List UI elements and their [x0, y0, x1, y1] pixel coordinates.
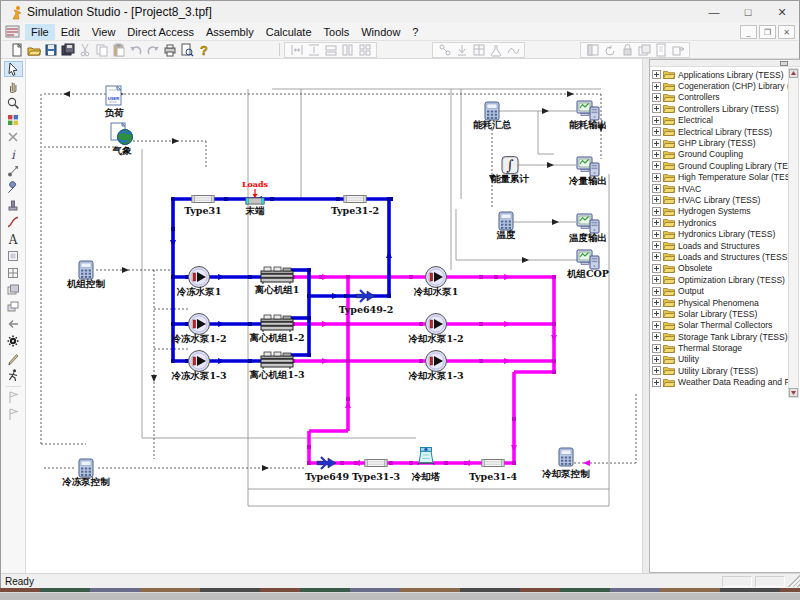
- scroll-down-button[interactable]: [789, 388, 798, 397]
- expand-icon[interactable]: [652, 218, 661, 227]
- unit-cop-output[interactable]: 机组COP: [566, 250, 609, 279]
- pan-tool[interactable]: [4, 78, 23, 94]
- library-item-loads-and-structures[interactable]: Loads and Structures: [652, 240, 788, 251]
- library-item-hydronics[interactable]: Hydronics: [652, 217, 788, 228]
- delete-tool[interactable]: [4, 129, 23, 145]
- mdi-minimize-button[interactable]: _: [740, 25, 757, 39]
- expand-icon[interactable]: [652, 104, 661, 113]
- expand-icon[interactable]: [652, 264, 661, 273]
- palette-tool[interactable]: [4, 112, 23, 128]
- save-icon[interactable]: [43, 43, 58, 57]
- expand-icon[interactable]: [652, 173, 661, 182]
- library-item-electrical[interactable]: Electrical: [652, 115, 788, 126]
- mdi-restore-button[interactable]: ❐: [759, 25, 776, 39]
- library-item-ground-coupling-library-tess[interactable]: Ground Coupling Library (TESS): [652, 160, 788, 171]
- library-item-hvac-library-tess[interactable]: HVAC Library (TESS): [652, 194, 788, 205]
- back-tool[interactable]: [4, 316, 23, 332]
- temperature-output[interactable]: 温度输出: [568, 214, 607, 243]
- library-item-physical-phenomena[interactable]: Physical Phenomena: [652, 297, 788, 308]
- cooling-output[interactable]: 冷量输出: [569, 157, 607, 186]
- load-file[interactable]: USER负荷: [104, 86, 125, 118]
- menu-calculate[interactable]: Calculate: [260, 24, 318, 40]
- library-item-utility-library-tess[interactable]: Utility Library (TESS): [652, 365, 788, 376]
- cw-pump-1-3[interactable]: 冷却水泵1-3: [408, 351, 463, 382]
- library-item-utility[interactable]: Utility: [652, 354, 788, 365]
- menu-assembly[interactable]: Assembly: [200, 24, 260, 40]
- expand-icon[interactable]: [652, 93, 661, 102]
- frame-tool[interactable]: [4, 248, 23, 264]
- run-tool[interactable]: [4, 367, 23, 383]
- cw-pump-1-2[interactable]: 冷却水泵1-2: [408, 314, 463, 345]
- frame2-tool[interactable]: [4, 265, 23, 281]
- unit-control[interactable]: 机组控制: [66, 261, 106, 289]
- gear-tool[interactable]: [4, 333, 23, 349]
- expand-icon[interactable]: [652, 241, 661, 250]
- library-item-loads-and-structures-tess[interactable]: Loads and Structures (TESS): [652, 251, 788, 262]
- library-item-applications-library-tess[interactable]: Applications Library (TESS): [652, 69, 788, 80]
- library-item-hydronics-library-tess[interactable]: Hydronics Library (TESS): [652, 228, 788, 239]
- expand-icon[interactable]: [652, 207, 661, 216]
- expand-icon[interactable]: [652, 139, 661, 148]
- expand-icon[interactable]: [652, 127, 661, 136]
- expand-icon[interactable]: [652, 150, 661, 159]
- cw-pump-1[interactable]: 冷却水泵1: [414, 267, 459, 298]
- expand-icon[interactable]: [652, 309, 661, 318]
- minimize-button[interactable]: —: [697, 1, 731, 23]
- library-item-obsolete[interactable]: Obsolete: [652, 263, 788, 274]
- chw-pump-1-2[interactable]: 冷冻水泵1-2: [171, 314, 226, 345]
- library-item-solar-library-tess[interactable]: Solar Library (TESS): [652, 308, 788, 319]
- chw-pump-control[interactable]: 冷冻泵控制: [62, 459, 110, 487]
- expand-icon[interactable]: [652, 344, 661, 353]
- library-item-storage-tank-library-tess[interactable]: Storage Tank Library (TESS): [652, 331, 788, 342]
- expand-icon[interactable]: [652, 116, 661, 125]
- library-item-ground-coupling[interactable]: Ground Coupling: [652, 149, 788, 160]
- save-all-icon[interactable]: [60, 43, 75, 57]
- expand-icon[interactable]: [652, 366, 661, 375]
- expand-icon[interactable]: [652, 82, 661, 91]
- library-item-ghp-library-tess[interactable]: GHP Library (TESS): [652, 137, 788, 148]
- mdi-close-button[interactable]: ✕: [778, 25, 795, 39]
- menu-tools[interactable]: Tools: [318, 24, 356, 40]
- expand-icon[interactable]: [652, 298, 661, 307]
- chw-pump-1[interactable]: 冷冻水泵1: [177, 267, 222, 298]
- layers-tool[interactable]: [4, 282, 23, 298]
- library-item-hvac[interactable]: HVAC: [652, 183, 788, 194]
- expand-icon[interactable]: [652, 378, 661, 387]
- expand-icon[interactable]: [652, 230, 661, 239]
- text-tool[interactable]: A: [4, 231, 23, 247]
- pen-tool[interactable]: [4, 350, 23, 366]
- expand-icon[interactable]: [652, 321, 661, 330]
- scroll-up-button[interactable]: [789, 69, 798, 78]
- open-icon[interactable]: [26, 43, 41, 57]
- library-item-cogeneration-chp-library-tess[interactable]: Cogeneration (CHP) Library (TESS): [652, 80, 788, 91]
- library-item-weather-data-reading-and-process[interactable]: Weather Data Reading and Process: [652, 377, 788, 388]
- library-item-high-temperature-solar-tess[interactable]: High Temperature Solar (TESS): [652, 172, 788, 183]
- print-preview-icon[interactable]: [179, 43, 194, 57]
- library-item-optimization-library-tess[interactable]: Optimization Library (TESS): [652, 274, 788, 285]
- schematic-canvas[interactable]: USER负荷气象Type31末端Type31-2 机组控制冷冻水泵1冷冻水泵1-…: [26, 59, 642, 573]
- menu-direct-access[interactable]: Direct Access: [121, 24, 200, 40]
- info-tool[interactable]: i: [4, 146, 23, 162]
- library-item-thermal-storage[interactable]: Thermal Storage: [652, 342, 788, 353]
- print-icon[interactable]: [162, 43, 177, 57]
- energy-integrator[interactable]: ∫能量累计: [491, 157, 530, 185]
- close-button[interactable]: ✕: [765, 1, 799, 23]
- weather[interactable]: 气象: [111, 123, 133, 156]
- chw-pump-1-3[interactable]: 冷冻水泵1-3: [171, 351, 226, 382]
- expand-icon[interactable]: [652, 355, 661, 364]
- menu-file[interactable]: File: [25, 24, 55, 40]
- library-item-hydrogen-systems[interactable]: Hydrogen Systems: [652, 206, 788, 217]
- panel-scrollbar[interactable]: [788, 68, 799, 398]
- probe-tool[interactable]: [4, 163, 23, 179]
- help-icon[interactable]: ?: [196, 43, 211, 57]
- terminal-unit[interactable]: 末端: [245, 198, 266, 216]
- maximize-button[interactable]: □: [731, 1, 765, 23]
- wrench-tool[interactable]: [4, 180, 23, 196]
- library-item-output[interactable]: Output: [652, 285, 788, 296]
- menu-view[interactable]: View: [86, 24, 122, 40]
- expand-icon[interactable]: [652, 161, 661, 170]
- expand-icon[interactable]: [652, 195, 661, 204]
- energy-summary-calc[interactable]: 能耗汇总: [473, 102, 512, 130]
- library-item-solar-thermal-collectors[interactable]: Solar Thermal Collectors: [652, 320, 788, 331]
- menu-window[interactable]: Window: [355, 24, 406, 40]
